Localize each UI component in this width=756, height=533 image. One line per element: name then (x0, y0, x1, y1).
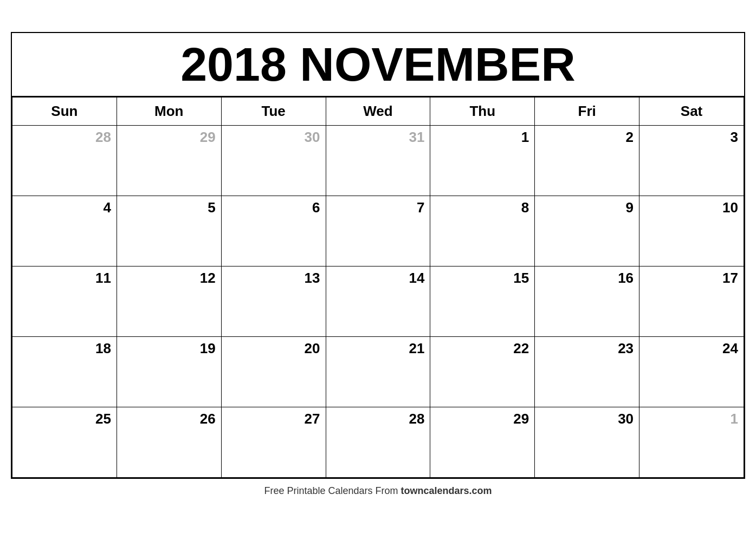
calendar-week-1: 28293031123 (12, 126, 744, 196)
calendar-day: 12 (117, 266, 221, 337)
calendar-day: 29 (117, 126, 221, 196)
calendar-day: 14 (326, 266, 430, 337)
calendar-day: 27 (221, 407, 326, 478)
calendar-day: 13 (221, 266, 326, 337)
calendar-day: 7 (326, 196, 430, 266)
calendar-day: 21 (326, 337, 430, 407)
calendar-week-2: 45678910 (12, 196, 744, 266)
day-header-sun: Sun (12, 98, 117, 126)
calendar-day: 30 (221, 126, 326, 196)
calendar-day: 20 (221, 337, 326, 407)
calendar-day: 11 (12, 266, 117, 337)
calendar-day: 30 (535, 407, 639, 478)
calendar-body: 2829303112345678910111213141516171819202… (12, 126, 744, 478)
calendar-day: 6 (221, 196, 326, 266)
day-header-wed: Wed (326, 98, 430, 126)
calendar-container: 2018 NOVEMBER SunMonTueWedThuFriSat 2829… (11, 32, 745, 479)
calendar-day: 9 (535, 196, 639, 266)
calendar-grid: SunMonTueWedThuFriSat 282930311234567891… (12, 97, 744, 478)
calendar-day: 2 (535, 126, 639, 196)
calendar-title: 2018 NOVEMBER (12, 33, 744, 98)
calendar-day: 1 (639, 407, 744, 478)
calendar-day: 24 (639, 337, 744, 407)
calendar-day: 19 (117, 337, 221, 407)
calendar-day: 28 (12, 126, 117, 196)
footer-bold-text: towncalendars.com (401, 485, 492, 496)
calendar-week-5: 2526272829301 (12, 407, 744, 478)
calendar-day: 4 (12, 196, 117, 266)
calendar-day: 23 (535, 337, 639, 407)
day-headers-row: SunMonTueWedThuFriSat (12, 98, 744, 126)
calendar-day: 1 (430, 126, 535, 196)
calendar-week-4: 18192021222324 (12, 337, 744, 407)
calendar-day: 22 (430, 337, 535, 407)
calendar-day: 28 (326, 407, 430, 478)
calendar-day: 8 (430, 196, 535, 266)
calendar-day: 3 (639, 126, 744, 196)
calendar-day: 17 (639, 266, 744, 337)
footer-normal-text: Free Printable Calendars From (264, 485, 400, 496)
footer: Free Printable Calendars From towncalend… (264, 479, 492, 501)
day-header-fri: Fri (535, 98, 639, 126)
calendar-day: 5 (117, 196, 221, 266)
day-header-tue: Tue (221, 98, 326, 126)
calendar-week-3: 11121314151617 (12, 266, 744, 337)
calendar-day: 18 (12, 337, 117, 407)
calendar-day: 16 (535, 266, 639, 337)
calendar-day: 31 (326, 126, 430, 196)
day-header-mon: Mon (117, 98, 221, 126)
calendar-day: 10 (639, 196, 744, 266)
calendar-day: 25 (12, 407, 117, 478)
calendar-day: 15 (430, 266, 535, 337)
calendar-day: 29 (430, 407, 535, 478)
calendar-day: 26 (117, 407, 221, 478)
day-header-thu: Thu (430, 98, 535, 126)
day-header-sat: Sat (639, 98, 744, 126)
